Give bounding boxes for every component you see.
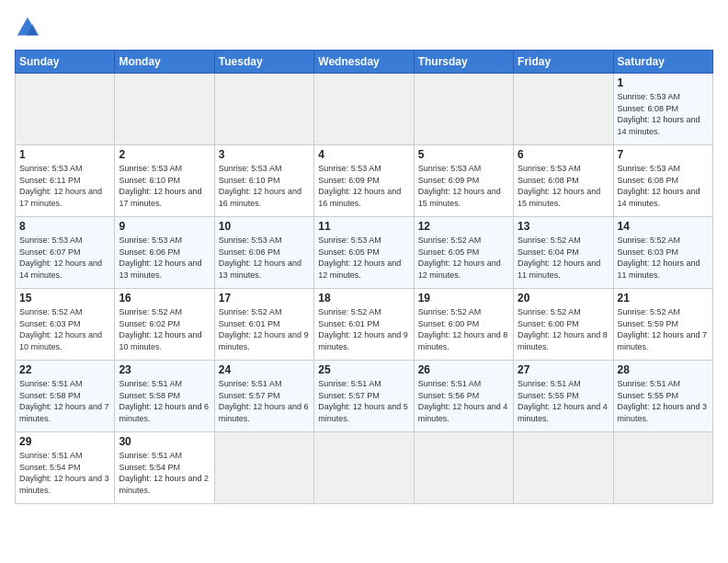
day-number: 20 <box>518 292 609 304</box>
day-number: 27 <box>518 363 609 376</box>
cell-info: Sunrise: 5:52 AMSunset: 6:05 PMDaylight:… <box>418 235 509 281</box>
day-number: 29 <box>19 435 110 448</box>
day-number: 17 <box>219 292 310 304</box>
calendar-cell: 2Sunrise: 5:53 AMSunset: 6:10 PMDaylight… <box>115 145 214 217</box>
cell-info: Sunrise: 5:52 AMSunset: 6:00 PMDaylight:… <box>418 306 509 352</box>
calendar-cell <box>115 74 214 145</box>
calendar-cell: 15Sunrise: 5:52 AMSunset: 6:03 PMDayligh… <box>16 289 115 361</box>
calendar-cell: 13Sunrise: 5:52 AMSunset: 6:04 PMDayligh… <box>514 217 613 289</box>
cell-info: Sunrise: 5:51 AMSunset: 5:57 PMDaylight:… <box>219 378 310 424</box>
calendar-week-row: 8Sunrise: 5:53 AMSunset: 6:07 PMDaylight… <box>16 217 713 289</box>
day-number: 21 <box>618 292 709 304</box>
day-number: 30 <box>119 435 210 448</box>
day-number: 28 <box>618 363 709 376</box>
calendar-cell: 3Sunrise: 5:53 AMSunset: 6:10 PMDaylight… <box>214 145 313 217</box>
weekday-header-wednesday: Wednesday <box>314 51 414 74</box>
day-number: 13 <box>518 220 609 233</box>
cell-info: Sunrise: 5:51 AMSunset: 5:55 PMDaylight:… <box>618 378 709 424</box>
cell-info: Sunrise: 5:52 AMSunset: 6:04 PMDaylight:… <box>518 235 609 281</box>
calendar-cell: 1Sunrise: 5:53 AMSunset: 6:08 PMDaylight… <box>613 74 712 145</box>
day-number: 8 <box>19 220 110 233</box>
calendar-cell: 12Sunrise: 5:52 AMSunset: 6:05 PMDayligh… <box>414 217 513 289</box>
calendar-cell: 18Sunrise: 5:52 AMSunset: 6:01 PMDayligh… <box>314 289 414 361</box>
day-number: 2 <box>119 148 210 161</box>
cell-info: Sunrise: 5:53 AMSunset: 6:08 PMDaylight:… <box>618 91 709 137</box>
cell-info: Sunrise: 5:53 AMSunset: 6:10 PMDaylight:… <box>219 163 310 209</box>
cell-info: Sunrise: 5:53 AMSunset: 6:08 PMDaylight:… <box>518 163 609 209</box>
day-number: 3 <box>219 148 310 161</box>
day-number: 16 <box>119 292 210 304</box>
weekday-header-saturday: Saturday <box>613 51 712 74</box>
cell-info: Sunrise: 5:52 AMSunset: 6:03 PMDaylight:… <box>618 235 709 281</box>
cell-info: Sunrise: 5:52 AMSunset: 6:02 PMDaylight:… <box>119 306 210 352</box>
cell-info: Sunrise: 5:52 AMSunset: 6:00 PMDaylight:… <box>518 306 609 352</box>
calendar-cell: 14Sunrise: 5:52 AMSunset: 6:03 PMDayligh… <box>613 217 712 289</box>
calendar-cell: 4Sunrise: 5:53 AMSunset: 6:09 PMDaylight… <box>314 145 414 217</box>
day-number: 19 <box>418 292 509 304</box>
day-number: 10 <box>219 220 310 233</box>
calendar-cell: 28Sunrise: 5:51 AMSunset: 5:55 PMDayligh… <box>613 361 712 432</box>
calendar-cell: 29Sunrise: 5:51 AMSunset: 5:54 PMDayligh… <box>16 432 115 504</box>
calendar-cell: 22Sunrise: 5:51 AMSunset: 5:58 PMDayligh… <box>16 361 115 432</box>
cell-info: Sunrise: 5:52 AMSunset: 6:03 PMDaylight:… <box>19 306 110 352</box>
weekday-header-monday: Monday <box>115 51 214 74</box>
cell-info: Sunrise: 5:53 AMSunset: 6:10 PMDaylight:… <box>119 163 210 209</box>
calendar-cell <box>414 74 513 145</box>
logo-icon <box>15 15 40 40</box>
day-number: 11 <box>318 220 409 233</box>
day-number: 14 <box>618 220 709 233</box>
calendar-cell: 7Sunrise: 5:53 AMSunset: 6:08 PMDaylight… <box>613 145 712 217</box>
calendar-table: SundayMondayTuesdayWednesdayThursdayFrid… <box>15 50 713 504</box>
day-number: 5 <box>418 148 509 161</box>
day-number: 25 <box>318 363 409 376</box>
cell-info: Sunrise: 5:51 AMSunset: 5:57 PMDaylight:… <box>318 378 409 424</box>
day-number: 1 <box>618 76 709 89</box>
day-number: 24 <box>219 363 310 376</box>
cell-info: Sunrise: 5:53 AMSunset: 6:08 PMDaylight:… <box>618 163 709 209</box>
calendar-cell: 16Sunrise: 5:52 AMSunset: 6:02 PMDayligh… <box>115 289 214 361</box>
page-container: SundayMondayTuesdayWednesdayThursdayFrid… <box>0 0 728 511</box>
calendar-cell: 1Sunrise: 5:53 AMSunset: 6:11 PMDaylight… <box>16 145 115 217</box>
cell-info: Sunrise: 5:52 AMSunset: 6:01 PMDaylight:… <box>318 306 409 352</box>
cell-info: Sunrise: 5:53 AMSunset: 6:05 PMDaylight:… <box>318 235 409 281</box>
cell-info: Sunrise: 5:51 AMSunset: 5:58 PMDaylight:… <box>19 378 110 424</box>
cell-info: Sunrise: 5:53 AMSunset: 6:11 PMDaylight:… <box>19 163 110 209</box>
calendar-cell: 10Sunrise: 5:53 AMSunset: 6:06 PMDayligh… <box>214 217 313 289</box>
day-number: 18 <box>318 292 409 304</box>
calendar-cell: 9Sunrise: 5:53 AMSunset: 6:06 PMDaylight… <box>115 217 214 289</box>
day-number: 12 <box>418 220 509 233</box>
calendar-cell: 21Sunrise: 5:52 AMSunset: 5:59 PMDayligh… <box>613 289 712 361</box>
calendar-cell <box>613 432 712 504</box>
calendar-cell: 30Sunrise: 5:51 AMSunset: 5:54 PMDayligh… <box>115 432 214 504</box>
day-number: 1 <box>19 148 110 161</box>
cell-info: Sunrise: 5:51 AMSunset: 5:54 PMDaylight:… <box>119 450 210 496</box>
calendar-cell <box>16 74 115 145</box>
day-number: 6 <box>518 148 609 161</box>
calendar-week-row: 29Sunrise: 5:51 AMSunset: 5:54 PMDayligh… <box>16 432 713 504</box>
calendar-cell: 23Sunrise: 5:51 AMSunset: 5:58 PMDayligh… <box>115 361 214 432</box>
calendar-cell: 8Sunrise: 5:53 AMSunset: 6:07 PMDaylight… <box>16 217 115 289</box>
calendar-cell: 20Sunrise: 5:52 AMSunset: 6:00 PMDayligh… <box>514 289 613 361</box>
day-number: 26 <box>418 363 509 376</box>
weekday-header-tuesday: Tuesday <box>214 51 313 74</box>
calendar-cell: 25Sunrise: 5:51 AMSunset: 5:57 PMDayligh… <box>314 361 414 432</box>
calendar-cell <box>314 74 414 145</box>
weekday-header-sunday: Sunday <box>16 51 115 74</box>
calendar-week-row: 1Sunrise: 5:53 AMSunset: 6:11 PMDaylight… <box>16 145 713 217</box>
day-number: 9 <box>119 220 210 233</box>
cell-info: Sunrise: 5:52 AMSunset: 5:59 PMDaylight:… <box>618 306 709 352</box>
calendar-week-row: 1Sunrise: 5:53 AMSunset: 6:08 PMDaylight… <box>16 74 713 145</box>
calendar-cell: 24Sunrise: 5:51 AMSunset: 5:57 PMDayligh… <box>214 361 313 432</box>
calendar-cell: 11Sunrise: 5:53 AMSunset: 6:05 PMDayligh… <box>314 217 414 289</box>
calendar-cell: 26Sunrise: 5:51 AMSunset: 5:56 PMDayligh… <box>414 361 513 432</box>
calendar-cell <box>514 74 613 145</box>
cell-info: Sunrise: 5:52 AMSunset: 6:01 PMDaylight:… <box>219 306 310 352</box>
calendar-cell <box>214 74 313 145</box>
cell-info: Sunrise: 5:51 AMSunset: 5:55 PMDaylight:… <box>518 378 609 424</box>
calendar-cell: 17Sunrise: 5:52 AMSunset: 6:01 PMDayligh… <box>214 289 313 361</box>
day-number: 22 <box>19 363 110 376</box>
header <box>15 15 713 40</box>
calendar-cell: 19Sunrise: 5:52 AMSunset: 6:00 PMDayligh… <box>414 289 513 361</box>
cell-info: Sunrise: 5:51 AMSunset: 5:58 PMDaylight:… <box>119 378 210 424</box>
calendar-cell <box>414 432 513 504</box>
